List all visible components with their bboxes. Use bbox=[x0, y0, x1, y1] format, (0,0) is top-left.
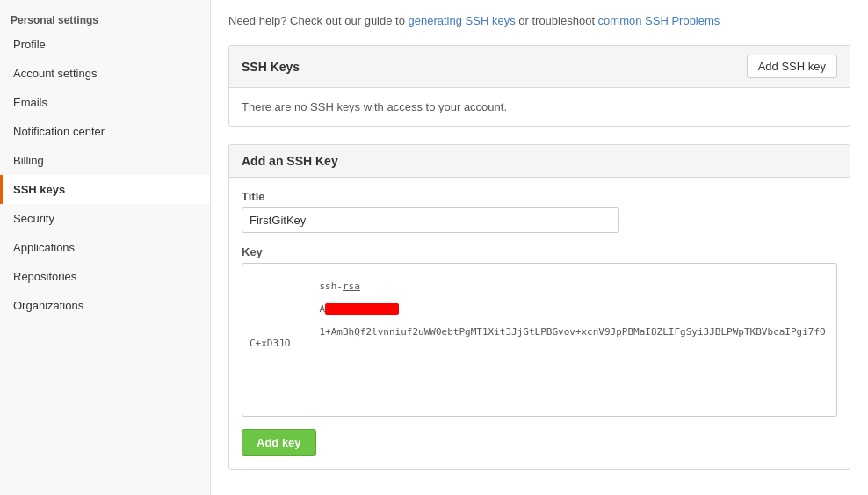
title-group: Title bbox=[242, 190, 837, 233]
help-text-before: Need help? Check out our guide to bbox=[228, 14, 409, 27]
sidebar-item-notification-center[interactable]: Notification center bbox=[0, 117, 210, 146]
add-ssh-key-button[interactable]: Add SSH key bbox=[747, 55, 837, 78]
help-text-middle: or troubleshoot bbox=[516, 14, 598, 27]
key-label: Key bbox=[242, 245, 837, 258]
key-textarea-content[interactable]: ssh-rsa AAAAA​​​​​​​​​​​​​​​​​​​​​​​​​​​… bbox=[242, 264, 836, 416]
add-ssh-key-title: Add an SSH Key bbox=[242, 154, 338, 168]
add-key-button[interactable]: Add key bbox=[242, 429, 316, 456]
sidebar-item-billing[interactable]: Billing bbox=[0, 146, 210, 175]
sidebar-item-account-settings[interactable]: Account settings bbox=[0, 59, 210, 88]
sidebar-item-repositories[interactable]: Repositories bbox=[0, 262, 210, 291]
sidebar-item-organizations[interactable]: Organizations bbox=[0, 291, 210, 320]
key-text-line1: ssh-rsa bbox=[319, 280, 359, 292]
help-bar: Need help? Check out our guide to genera… bbox=[228, 9, 850, 33]
sidebar-item-ssh-keys[interactable]: SSH keys bbox=[0, 175, 210, 204]
title-label: Title bbox=[242, 190, 837, 203]
main-content: Need help? Check out our guide to genera… bbox=[211, 0, 868, 495]
sidebar-heading: Personal settings bbox=[0, 7, 210, 30]
sidebar-item-emails[interactable]: Emails bbox=[0, 88, 210, 117]
key-text-line2: AAAAA​​​​​​​​​​​​​​​​​​​​​​​​​​​​​​​​​​​… bbox=[319, 303, 398, 315]
ssh-keys-header: SSH Keys Add SSH key bbox=[229, 46, 850, 88]
ssh-keys-empty-message: There are no SSH keys with access to you… bbox=[229, 88, 850, 126]
ssh-keys-title: SSH Keys bbox=[242, 60, 300, 74]
sidebar: Personal settings Profile Account settin… bbox=[0, 0, 211, 495]
sidebar-item-security[interactable]: Security bbox=[0, 204, 210, 233]
key-group: Key ssh-rsa AAAAA​​​​​​​​​​​​​​​​​​​​​​​… bbox=[242, 245, 837, 417]
title-input[interactable] bbox=[242, 207, 619, 233]
add-ssh-key-header: Add an SSH Key bbox=[229, 145, 850, 178]
add-ssh-key-form: Title Key ssh-rsa AAAAA​​​​​​​​​​​​​​​​​… bbox=[229, 178, 850, 469]
generating-ssh-keys-link[interactable]: generating SSH keys bbox=[409, 14, 516, 27]
sidebar-item-profile[interactable]: Profile bbox=[0, 30, 210, 59]
sidebar-item-applications[interactable]: Applications bbox=[0, 233, 210, 262]
common-ssh-problems-link[interactable]: common SSH Problems bbox=[598, 14, 720, 27]
ssh-keys-box: SSH Keys Add SSH key There are no SSH ke… bbox=[228, 45, 850, 127]
key-text-line3: 1+AmBhQf2lvnniuf2uWW0ebtPgMT1Xit3JjGtLPB… bbox=[250, 326, 826, 349]
add-ssh-key-box: Add an SSH Key Title Key ssh-rsa AAAAA​​… bbox=[228, 144, 850, 470]
